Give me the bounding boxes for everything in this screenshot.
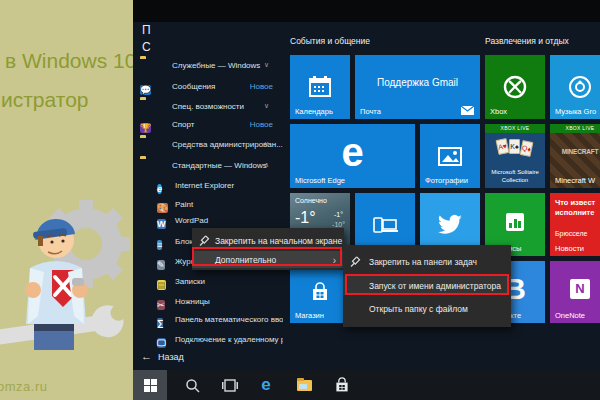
tile-label: Microsoft Edge <box>295 176 345 185</box>
section-letter-p[interactable]: П <box>142 23 151 37</box>
app-item-remote-desktop[interactable]: 🖵 Подключение к удаленному р... <box>133 330 283 350</box>
tile-news[interactable]: Что извест исполните Брюсселе Новости <box>550 193 600 256</box>
taskbar-search-button[interactable] <box>177 370 207 400</box>
tile-calendar[interactable]: Календарь <box>290 55 350 119</box>
app-item-snipping-tool[interactable]: ✂ Ножницы <box>133 292 283 312</box>
tile-mail[interactable]: Поддержка Gmail Почта <box>355 55 480 119</box>
scissors-icon: ✂ <box>157 294 172 309</box>
tile-groove-music[interactable]: Музыка Gro <box>550 55 600 119</box>
folder-icon <box>140 158 155 173</box>
sport-icon: 🏆 <box>140 117 155 132</box>
tile-label: Календарь <box>295 107 333 116</box>
news-headline-line2: исполните <box>555 208 594 217</box>
paint-icon: 🎨 <box>157 197 172 212</box>
folder-icon <box>140 137 155 152</box>
store-icon <box>334 377 350 393</box>
edge-icon: e <box>261 375 270 395</box>
back-label: Назад <box>158 352 184 362</box>
weather-high: -1° <box>334 211 343 218</box>
chevron-up-icon: ∧ <box>264 161 269 169</box>
tutorial-sidebar: в Windows 10 · истратор <box>0 0 133 400</box>
edge-logo-icon: e <box>341 130 363 175</box>
tile-minecraft[interactable]: XBOX LIVE MINECRAFT Minecraft W <box>550 124 600 188</box>
chevron-down-icon: ∨ <box>264 102 269 110</box>
tile-label: Фотографии <box>425 176 468 185</box>
app-item-internet-explorer[interactable]: e Internet Explorer <box>133 176 283 196</box>
app-item-label: Спец. возможности <box>172 102 244 111</box>
search-icon <box>185 378 200 393</box>
new-badge: Новое <box>250 120 273 129</box>
app-item-label: WordPad <box>175 216 208 225</box>
back-button[interactable]: ←Назад <box>141 350 184 362</box>
weather-low: -10° <box>332 221 345 228</box>
pin-icon <box>350 257 361 268</box>
menu-item-pin-to-taskbar[interactable]: Закрепить на панели задач <box>343 253 511 271</box>
menu-item-label: Открыть папку с файлом <box>369 304 468 314</box>
app-item-messaging[interactable]: 💬 Сообщения Новое <box>133 77 283 97</box>
screenshot: в Windows 10 · истратор <box>0 0 600 400</box>
annotation-box-more <box>192 247 342 266</box>
back-arrow-icon: ← <box>141 350 152 362</box>
mail-notification-text: Поддержка Gmail <box>355 77 480 88</box>
tile-solitaire[interactable]: XBOX LIVE A♥ K♠ Q♦ Microsoft Solitaire C… <box>485 124 545 188</box>
app-item-label: Paint <box>175 200 193 209</box>
app-item-label: Записки <box>175 277 205 286</box>
tile-label: Microsoft Solitaire Collection <box>485 169 545 185</box>
messaging-icon: 💬 <box>140 79 155 94</box>
app-item-sport[interactable]: 🏆 Спорт Новое <box>133 115 283 135</box>
start-button[interactable] <box>133 370 167 400</box>
app-item-admin-tools[interactable]: Средства администрирован... ∨ <box>133 135 283 155</box>
tile-store[interactable]: Магазин <box>290 261 350 323</box>
taskbar: e <box>133 370 600 400</box>
folder-icon <box>140 58 155 73</box>
news-headline-line1: Что извест <box>555 198 595 207</box>
app-item-sticky-notes[interactable]: ▤ Записки <box>133 272 283 292</box>
app-item-windows-system[interactable]: Служебные — Windows ∨ <box>133 56 283 76</box>
menu-item-label: Закрепить на панели задач <box>369 257 477 267</box>
desktop-top-strip <box>133 0 600 22</box>
envelope-icon <box>461 106 474 115</box>
app-item-accessories[interactable]: Стандартные — Windows ∧ <box>133 156 283 176</box>
taskbar-store-button[interactable] <box>327 370 357 400</box>
sticky-notes-icon: ▤ <box>157 274 172 289</box>
tile-microsoft-edge[interactable]: e Microsoft Edge <box>290 124 415 188</box>
onenote-icon: N <box>570 279 590 299</box>
tile-label: Xbox <box>490 107 507 116</box>
app-item-ease-of-access[interactable]: Спец. возможности ∨ <box>133 97 283 117</box>
remote-desktop-icon: 🖵 <box>157 332 172 347</box>
tile-group-header: События и общение <box>290 36 370 46</box>
news-headline-line3: Брюсселе <box>555 230 587 237</box>
taskbar-edge-button[interactable]: e <box>251 370 281 400</box>
site-watermark: omza.ru <box>0 379 47 394</box>
file-explorer-icon <box>297 380 312 391</box>
task-view-icon <box>222 379 238 392</box>
new-badge: Новое <box>250 82 273 91</box>
tile-label: Магазин <box>295 311 324 320</box>
windows-logo-icon <box>144 379 157 392</box>
taskbar-explorer-button[interactable] <box>289 370 319 400</box>
app-item-label: Сообщения <box>172 82 215 91</box>
menu-item-open-file-location[interactable]: Открыть папку с файлом <box>343 300 511 318</box>
tile-label: Музыка Gro <box>555 107 596 116</box>
section-letter-s[interactable]: С <box>142 40 151 54</box>
wordpad-icon: W <box>157 213 172 228</box>
chevron-down-icon: ∨ <box>264 140 269 148</box>
tile-group-header: Развлечения и отдых <box>485 36 569 46</box>
app-item-label: Служебные — Windows <box>172 61 260 70</box>
app-item-label: Internet Explorer <box>175 181 234 190</box>
tile-xbox[interactable]: Xbox <box>485 55 545 119</box>
math-input-icon: ∑ <box>157 312 172 327</box>
article-title: в Windows 10 · истратор <box>5 42 133 120</box>
app-item-math-input[interactable]: ∑ Панель математического ввода <box>133 310 283 330</box>
tile-onenote[interactable]: N OneNote <box>550 261 600 323</box>
chevron-down-icon: ∨ <box>264 61 269 69</box>
weather-condition: Солнечно <box>295 197 327 204</box>
xbox-live-banner: XBOX LIVE <box>485 124 545 133</box>
tile-photos[interactable]: Фотографии <box>420 124 480 188</box>
tile-label: Minecraft W <box>555 176 595 185</box>
task-view-button[interactable] <box>215 370 245 400</box>
journal-icon: ✎ <box>157 254 172 269</box>
app-item-label: Ножницы <box>175 297 210 306</box>
article-title-line2: истратор <box>1 81 133 120</box>
internet-explorer-icon: e <box>157 178 172 193</box>
